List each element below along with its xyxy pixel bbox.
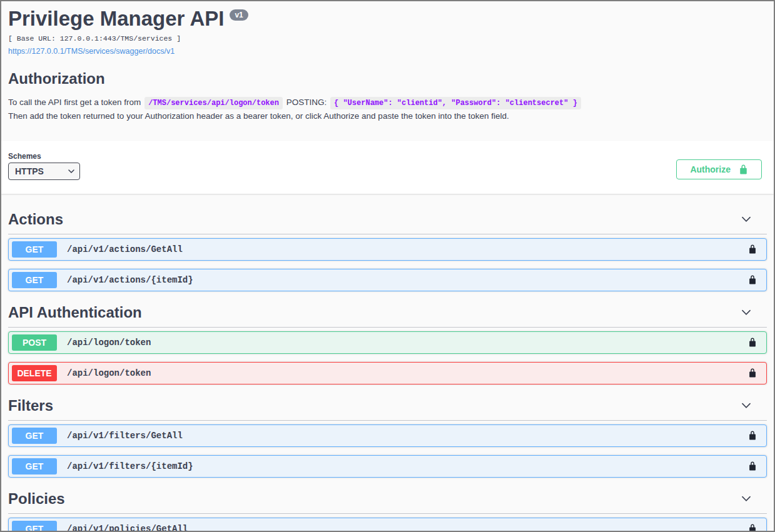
chevron-down-icon[interactable] [739, 213, 753, 226]
swagger-page: Privilege Manager APIv1 [ Base URL: 127.… [0, 0, 775, 532]
operation-path: /api/v1/actions/GetAll [67, 244, 748, 254]
operation-path: /api/v1/actions/{itemId} [67, 275, 748, 285]
operation-row[interactable]: GET /api/v1/actions/{itemId} [8, 269, 767, 291]
section-header[interactable]: Policies [8, 486, 767, 514]
authorize-button-label: Authorize [690, 164, 731, 174]
operation-row[interactable]: POST /api/logon/token [8, 331, 767, 354]
chevron-down-icon[interactable] [739, 306, 753, 319]
lock-icon[interactable] [748, 337, 757, 348]
docs-link[interactable]: https://127.0.0.1/TMS/services/swagger/d… [8, 47, 175, 56]
section-header[interactable]: API Authentication [8, 299, 767, 328]
api-section: API Authentication POST /api/logon/token… [8, 299, 767, 384]
method-badge: GET [12, 241, 57, 258]
schemes-label: Schemes [8, 152, 80, 161]
api-section: Actions GET /api/v1/actions/GetAll GET /… [8, 206, 767, 291]
section-title: Actions [8, 211, 63, 228]
lock-icon[interactable] [748, 430, 757, 441]
description-text-2: POSTING: [286, 98, 327, 107]
lock-icon [739, 164, 748, 175]
description-text-3: Then add the token returned to your Auth… [8, 111, 509, 121]
operation-path: /api/v1/filters/{itemId} [67, 461, 748, 471]
api-section: Policies GET /api/v1/policies/GetAll [8, 486, 767, 532]
operation-row[interactable]: GET /api/v1/filters/{itemId} [8, 455, 767, 478]
section-title: Filters [8, 397, 53, 414]
operations-list: GET /api/v1/policies/GetAll [8, 514, 767, 532]
operation-row[interactable]: GET /api/v1/filters/GetAll [8, 424, 767, 447]
method-badge: GET [12, 428, 57, 444]
lock-icon[interactable] [748, 244, 757, 254]
api-section: Filters GET /api/v1/filters/GetAll GET /… [8, 393, 767, 478]
method-badge: POST [12, 334, 57, 351]
operation-path: /api/logon/token [67, 368, 748, 378]
chevron-down-icon[interactable] [739, 492, 753, 506]
method-badge: GET [12, 521, 57, 532]
api-info-section: Privilege Manager APIv1 [ Base URL: 127.… [1, 1, 774, 141]
api-sections: Actions GET /api/v1/actions/GetAll GET /… [1, 194, 774, 532]
operation-row[interactable]: GET /api/v1/actions/GetAll [8, 238, 767, 261]
authorize-button[interactable]: Authorize [676, 159, 762, 179]
operations-list: GET /api/v1/filters/GetAll GET /api/v1/f… [8, 421, 767, 478]
description-text-1: To call the API first get a token from [8, 98, 141, 107]
credentials-json-code: { "UserName": "clientid", "Password": "c… [330, 97, 581, 109]
section-title: API Authentication [8, 304, 142, 321]
lock-icon[interactable] [748, 523, 757, 532]
token-endpoint-code: /TMS/services/api/logon/token [144, 97, 283, 109]
method-badge: GET [12, 272, 57, 288]
schemes-select-wrap: HTTPS [8, 163, 80, 180]
method-badge: GET [12, 458, 57, 474]
operation-path: /api/v1/policies/GetAll [67, 524, 748, 532]
operation-row[interactable]: DELETE /api/logon/token [8, 362, 767, 384]
operations-list: GET /api/v1/actions/GetAll GET /api/v1/a… [8, 234, 767, 291]
section-header[interactable]: Filters [8, 393, 767, 421]
method-badge: DELETE [12, 365, 57, 381]
page-title-text: Privilege Manager API [8, 7, 224, 30]
base-url: [ Base URL: 127.0.0.1:443/TMS/services ] [8, 34, 767, 43]
authorization-description: To call the API first get a token from /… [8, 96, 767, 123]
operation-path: /api/logon/token [67, 338, 748, 348]
chevron-down-icon[interactable] [739, 399, 753, 413]
schemes-select[interactable]: HTTPS [8, 163, 80, 180]
lock-icon[interactable] [748, 461, 757, 471]
operations-list: POST /api/logon/token DELETE /api/logon/… [8, 328, 767, 384]
operation-path: /api/v1/filters/GetAll [67, 431, 748, 441]
version-badge: v1 [230, 9, 248, 21]
section-title: Policies [8, 490, 65, 508]
section-header[interactable]: Actions [8, 206, 767, 234]
authorization-heading: Authorization [8, 70, 767, 88]
schemes-block: Schemes HTTPS [8, 152, 80, 180]
lock-icon[interactable] [748, 368, 757, 378]
operation-row[interactable]: GET /api/v1/policies/GetAll [8, 518, 767, 532]
page-title: Privilege Manager APIv1 [8, 6, 767, 31]
scheme-container: Schemes HTTPS Authorize [1, 141, 774, 194]
lock-icon[interactable] [748, 274, 757, 285]
